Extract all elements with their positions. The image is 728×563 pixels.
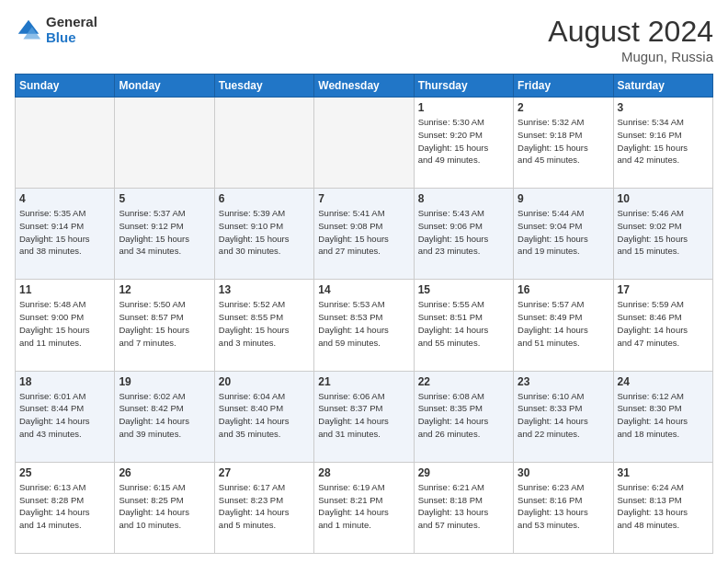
day-number: 14 — [318, 283, 409, 296]
day-number: 30 — [518, 466, 609, 479]
calendar-cell: 19Sunrise: 6:02 AM Sunset: 8:42 PM Dayli… — [115, 371, 214, 462]
calendar-cell: 23Sunrise: 6:10 AM Sunset: 8:33 PM Dayli… — [514, 371, 613, 462]
day-info: Sunrise: 5:55 AM Sunset: 8:51 PM Dayligh… — [418, 298, 509, 349]
calendar-cell — [214, 98, 313, 189]
day-info: Sunrise: 6:01 AM Sunset: 8:44 PM Dayligh… — [19, 390, 110, 441]
day-number: 22 — [418, 375, 509, 388]
calendar-cell: 26Sunrise: 6:15 AM Sunset: 8:25 PM Dayli… — [115, 462, 214, 553]
day-info: Sunrise: 5:52 AM Sunset: 8:55 PM Dayligh… — [219, 298, 310, 349]
day-number: 17 — [618, 283, 709, 296]
day-number: 24 — [618, 375, 709, 388]
day-info: Sunrise: 6:12 AM Sunset: 8:30 PM Dayligh… — [618, 390, 709, 441]
logo-icon — [15, 17, 42, 44]
calendar-cell — [314, 98, 414, 189]
logo-text: General Blue — [46, 15, 97, 45]
day-info: Sunrise: 5:35 AM Sunset: 9:14 PM Dayligh… — [19, 207, 110, 258]
day-info: Sunrise: 5:46 AM Sunset: 9:02 PM Dayligh… — [618, 207, 709, 258]
calendar-header-sunday: Sunday — [16, 75, 115, 98]
day-info: Sunrise: 6:24 AM Sunset: 8:13 PM Dayligh… — [618, 481, 709, 532]
calendar-table: SundayMondayTuesdayWednesdayThursdayFrid… — [15, 74, 713, 554]
day-info: Sunrise: 5:30 AM Sunset: 9:20 PM Dayligh… — [418, 116, 509, 167]
day-info: Sunrise: 5:44 AM Sunset: 9:04 PM Dayligh… — [518, 207, 609, 258]
day-info: Sunrise: 6:02 AM Sunset: 8:42 PM Dayligh… — [119, 390, 210, 441]
day-info: Sunrise: 6:04 AM Sunset: 8:40 PM Dayligh… — [219, 390, 310, 441]
day-number: 27 — [219, 466, 310, 479]
day-number: 25 — [19, 466, 110, 479]
calendar-cell: 8Sunrise: 5:43 AM Sunset: 9:06 PM Daylig… — [414, 189, 513, 280]
day-info: Sunrise: 6:10 AM Sunset: 8:33 PM Dayligh… — [518, 390, 609, 441]
calendar-cell — [115, 98, 214, 189]
calendar-week-row: 11Sunrise: 5:48 AM Sunset: 9:00 PM Dayli… — [16, 280, 713, 371]
day-number: 26 — [119, 466, 210, 479]
day-info: Sunrise: 5:32 AM Sunset: 9:18 PM Dayligh… — [518, 116, 609, 167]
title-block: August 2024 Mugun, Russia — [548, 15, 713, 64]
day-number: 5 — [119, 192, 210, 205]
calendar-cell: 31Sunrise: 6:24 AM Sunset: 8:13 PM Dayli… — [613, 462, 712, 553]
day-number: 8 — [418, 192, 509, 205]
calendar-week-row: 4Sunrise: 5:35 AM Sunset: 9:14 PM Daylig… — [16, 189, 713, 280]
day-info: Sunrise: 6:19 AM Sunset: 8:21 PM Dayligh… — [318, 481, 409, 532]
day-number: 9 — [518, 192, 609, 205]
calendar-cell: 22Sunrise: 6:08 AM Sunset: 8:35 PM Dayli… — [414, 371, 513, 462]
logo-blue: Blue — [46, 30, 97, 46]
day-number: 10 — [618, 192, 709, 205]
day-number: 4 — [19, 192, 110, 205]
calendar-cell: 18Sunrise: 6:01 AM Sunset: 8:44 PM Dayli… — [16, 371, 115, 462]
day-info: Sunrise: 5:59 AM Sunset: 8:46 PM Dayligh… — [618, 298, 709, 349]
day-info: Sunrise: 5:41 AM Sunset: 9:08 PM Dayligh… — [318, 207, 409, 258]
day-info: Sunrise: 6:21 AM Sunset: 8:18 PM Dayligh… — [418, 481, 509, 532]
day-info: Sunrise: 5:50 AM Sunset: 8:57 PM Dayligh… — [119, 298, 210, 349]
calendar-header-thursday: Thursday — [414, 75, 513, 98]
calendar-cell: 14Sunrise: 5:53 AM Sunset: 8:53 PM Dayli… — [314, 280, 414, 371]
day-number: 7 — [318, 192, 409, 205]
day-number: 31 — [618, 466, 709, 479]
day-number: 2 — [518, 101, 609, 114]
calendar-cell: 30Sunrise: 6:23 AM Sunset: 8:16 PM Dayli… — [514, 462, 613, 553]
day-info: Sunrise: 5:43 AM Sunset: 9:06 PM Dayligh… — [418, 207, 509, 258]
day-number: 18 — [19, 375, 110, 388]
title-location: Mugun, Russia — [548, 49, 713, 64]
calendar-week-row: 1Sunrise: 5:30 AM Sunset: 9:20 PM Daylig… — [16, 98, 713, 189]
day-info: Sunrise: 5:34 AM Sunset: 9:16 PM Dayligh… — [618, 116, 709, 167]
day-number: 19 — [119, 375, 210, 388]
calendar-cell: 29Sunrise: 6:21 AM Sunset: 8:18 PM Dayli… — [414, 462, 513, 553]
calendar-cell: 16Sunrise: 5:57 AM Sunset: 8:49 PM Dayli… — [514, 280, 613, 371]
day-number: 3 — [618, 101, 709, 114]
calendar-header-friday: Friday — [514, 75, 613, 98]
calendar-cell: 13Sunrise: 5:52 AM Sunset: 8:55 PM Dayli… — [214, 280, 313, 371]
calendar-cell: 10Sunrise: 5:46 AM Sunset: 9:02 PM Dayli… — [613, 189, 712, 280]
calendar-cell: 25Sunrise: 6:13 AM Sunset: 8:28 PM Dayli… — [16, 462, 115, 553]
logo-general: General — [46, 15, 97, 30]
calendar-cell: 2Sunrise: 5:32 AM Sunset: 9:18 PM Daylig… — [514, 98, 613, 189]
title-month: August 2024 — [548, 15, 713, 49]
calendar-week-row: 18Sunrise: 6:01 AM Sunset: 8:44 PM Dayli… — [16, 371, 713, 462]
calendar-cell: 1Sunrise: 5:30 AM Sunset: 9:20 PM Daylig… — [414, 98, 513, 189]
day-info: Sunrise: 6:23 AM Sunset: 8:16 PM Dayligh… — [518, 481, 609, 532]
day-number: 23 — [518, 375, 609, 388]
calendar-cell: 21Sunrise: 6:06 AM Sunset: 8:37 PM Dayli… — [314, 371, 414, 462]
calendar-cell: 11Sunrise: 5:48 AM Sunset: 9:00 PM Dayli… — [16, 280, 115, 371]
day-info: Sunrise: 5:53 AM Sunset: 8:53 PM Dayligh… — [318, 298, 409, 349]
day-info: Sunrise: 6:13 AM Sunset: 8:28 PM Dayligh… — [19, 481, 110, 532]
calendar-header-row: SundayMondayTuesdayWednesdayThursdayFrid… — [16, 75, 713, 98]
calendar-cell: 5Sunrise: 5:37 AM Sunset: 9:12 PM Daylig… — [115, 189, 214, 280]
calendar-cell: 3Sunrise: 5:34 AM Sunset: 9:16 PM Daylig… — [613, 98, 712, 189]
day-info: Sunrise: 6:15 AM Sunset: 8:25 PM Dayligh… — [119, 481, 210, 532]
calendar-cell: 12Sunrise: 5:50 AM Sunset: 8:57 PM Dayli… — [115, 280, 214, 371]
calendar-header-monday: Monday — [115, 75, 214, 98]
day-info: Sunrise: 6:08 AM Sunset: 8:35 PM Dayligh… — [418, 390, 509, 441]
logo: General Blue — [15, 15, 97, 45]
calendar-cell: 6Sunrise: 5:39 AM Sunset: 9:10 PM Daylig… — [214, 189, 313, 280]
day-number: 12 — [119, 283, 210, 296]
page: General Blue August 2024 Mugun, Russia S… — [0, 0, 728, 563]
day-number: 6 — [219, 192, 310, 205]
calendar-header-saturday: Saturday — [613, 75, 712, 98]
day-info: Sunrise: 5:37 AM Sunset: 9:12 PM Dayligh… — [119, 207, 210, 258]
day-info: Sunrise: 5:57 AM Sunset: 8:49 PM Dayligh… — [518, 298, 609, 349]
header: General Blue August 2024 Mugun, Russia — [15, 15, 713, 64]
day-number: 15 — [418, 283, 509, 296]
day-info: Sunrise: 6:17 AM Sunset: 8:23 PM Dayligh… — [219, 481, 310, 532]
calendar-cell: 17Sunrise: 5:59 AM Sunset: 8:46 PM Dayli… — [613, 280, 712, 371]
day-number: 11 — [19, 283, 110, 296]
calendar-cell: 4Sunrise: 5:35 AM Sunset: 9:14 PM Daylig… — [16, 189, 115, 280]
